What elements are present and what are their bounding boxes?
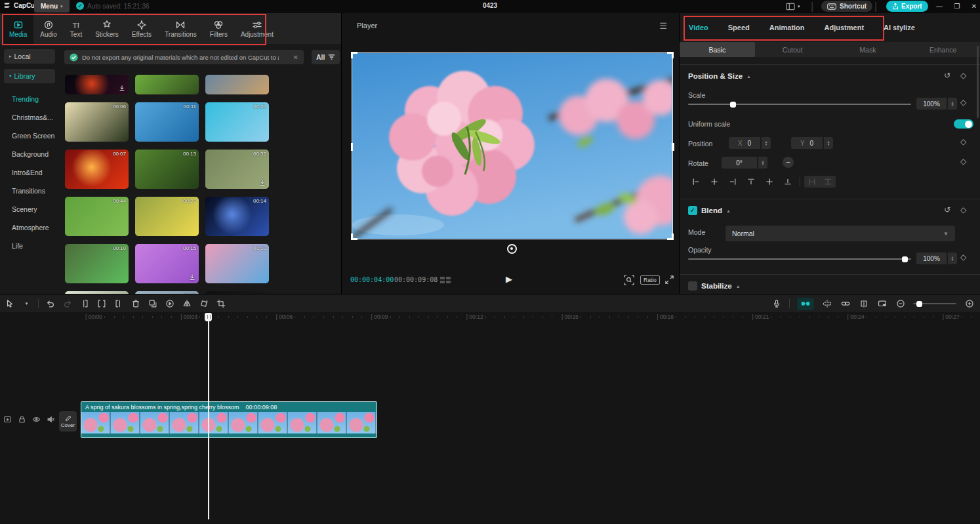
tab-media[interactable]: Media <box>3 13 33 44</box>
resize-handle[interactable] <box>672 52 674 58</box>
uniform-scale-toggle[interactable] <box>954 119 973 129</box>
sidebar-item-background[interactable]: Background <box>0 145 59 163</box>
rotate-handle[interactable] <box>507 244 517 254</box>
timeline-ruler[interactable]: | 00:00| 00:03| 00:06| 00:09| 00:12| 00:… <box>0 312 980 323</box>
tab-transitions[interactable]: Transitions <box>158 13 203 44</box>
resize-handle[interactable] <box>351 52 353 58</box>
download-icon[interactable] <box>118 85 126 92</box>
video-track-icon[interactable] <box>3 414 12 424</box>
align-left-icon[interactable] <box>688 176 704 188</box>
mirror-icon[interactable] <box>181 298 192 310</box>
tab-text[interactable]: TI Text <box>64 13 89 44</box>
lock-icon[interactable] <box>17 414 26 424</box>
sidebar-item-christmas-[interactable]: Christmas&... <box>0 108 59 127</box>
keyframe-icon[interactable]: ◇ <box>960 98 966 107</box>
media-thumbnail[interactable]: 00:20 <box>205 102 269 142</box>
subtab-enhance[interactable]: Enhance <box>905 42 980 57</box>
keyframe-icon[interactable]: ◇ <box>960 252 966 262</box>
keyframe-icon[interactable]: ◇ <box>960 205 966 214</box>
tab-adjustment[interactable]: Adjustment <box>825 24 865 31</box>
reset-icon[interactable]: ↺ <box>944 205 950 214</box>
sidebar-item-life[interactable]: Life <box>0 237 59 255</box>
sidebar-item-scenery[interactable]: Scenery <box>0 200 59 218</box>
rotate-dial[interactable]: – <box>783 157 794 168</box>
duplicate-icon[interactable] <box>147 298 158 310</box>
banner-close-icon[interactable]: ✕ <box>293 54 298 61</box>
media-thumbnail[interactable] <box>205 75 269 94</box>
speed-icon[interactable] <box>164 298 175 310</box>
sidebar-item-green-screen[interactable]: Green Screen <box>0 127 59 145</box>
trim-both-icon[interactable] <box>96 298 107 310</box>
download-icon[interactable] <box>188 273 196 281</box>
select-cursor-icon[interactable] <box>4 298 15 310</box>
sidebar-item-trending[interactable]: Trending <box>0 90 59 108</box>
sidebar-item-intro-end[interactable]: Intro&End <box>0 163 59 182</box>
export-button[interactable]: Export <box>886 1 928 12</box>
blend-checkbox[interactable]: ✓ <box>688 206 697 215</box>
player-menu-icon[interactable]: ☰ <box>659 21 668 31</box>
magnet-icon[interactable] <box>797 298 814 310</box>
stabilize-checkbox[interactable] <box>688 281 697 291</box>
media-thumbnail[interactable]: 00:14 <box>205 197 269 236</box>
opacity-slider-thumb[interactable] <box>902 256 908 262</box>
media-thumbnail[interactable]: 00:32 <box>205 150 269 189</box>
tab-video[interactable]: Video <box>689 24 708 31</box>
opacity-stepper[interactable]: ▲▼ <box>948 252 957 264</box>
eye-icon[interactable] <box>31 414 41 424</box>
maximize-button[interactable]: ❐ <box>952 1 962 12</box>
minimize-button[interactable]: — <box>934 1 945 12</box>
microphone-icon[interactable] <box>771 298 782 310</box>
preview-zoom-icon[interactable] <box>624 275 634 285</box>
position-y-stepper[interactable]: ▲▼ <box>824 137 833 149</box>
layout-panels-button[interactable]: ▾ <box>786 0 800 13</box>
tab-speed[interactable]: Speed <box>728 24 750 31</box>
resize-handle[interactable] <box>672 143 674 151</box>
trim-left-icon[interactable] <box>79 298 90 310</box>
align-right-icon[interactable] <box>725 176 741 188</box>
tab-ai-stylize[interactable]: AI stylize <box>884 24 915 31</box>
zoom-out-icon[interactable] <box>895 298 906 310</box>
scale-stepper[interactable]: ▲▼ <box>948 98 957 110</box>
playhead-handle[interactable] <box>205 313 212 321</box>
reset-icon[interactable]: ↺ <box>944 71 950 80</box>
tab-effects[interactable]: Effects <box>125 13 158 44</box>
center-vertical-icon[interactable] <box>762 176 777 188</box>
close-button[interactable]: ✕ <box>969 1 979 12</box>
media-thumbnail[interactable]: 00:10 <box>205 244 269 283</box>
align-bottom-icon[interactable] <box>780 176 796 188</box>
opacity-slider[interactable] <box>688 258 911 260</box>
split-preview-icon[interactable] <box>858 298 869 310</box>
dashed-link-icon[interactable] <box>821 298 832 310</box>
resize-handle[interactable] <box>672 233 674 240</box>
timeline-zoom-slider[interactable] <box>913 303 956 304</box>
shortcut-button[interactable]: Shortcut <box>821 1 872 12</box>
sidebar-item-transitions[interactable]: Transitions <box>0 182 59 200</box>
scale-slider-thumb[interactable] <box>730 102 736 108</box>
ratio-button[interactable]: Ratio <box>640 275 660 285</box>
delete-icon[interactable] <box>130 298 141 310</box>
screen-record-icon[interactable] <box>876 298 888 310</box>
sidebar-item-atmosphere[interactable]: Atmosphere <box>0 218 59 237</box>
timeline[interactable]: | 00:00| 00:03| 00:06| 00:09| 00:12| 00:… <box>0 312 980 524</box>
position-size-section-title[interactable]: Position & Size ▲ <box>688 72 751 80</box>
media-thumbnail[interactable]: 00:11 <box>135 102 199 142</box>
opacity-value[interactable]: 100% <box>916 252 947 264</box>
rotate-stepper[interactable]: ▲▼ <box>758 157 767 169</box>
media-thumbnail[interactable]: 00:27 <box>135 197 199 236</box>
media-thumbnail[interactable]: 00:15 <box>135 244 199 283</box>
playhead-line[interactable] <box>208 313 209 519</box>
fullscreen-icon[interactable] <box>664 275 674 285</box>
media-thumbnail[interactable] <box>135 75 199 94</box>
position-y-input[interactable]: Y 0 <box>791 137 823 149</box>
align-top-icon[interactable] <box>743 176 759 188</box>
cover-button[interactable]: Cover <box>59 411 77 432</box>
tab-adjustment[interactable]: Adjustment <box>234 13 280 44</box>
zoom-slider-thumb[interactable] <box>916 301 922 307</box>
resize-handle[interactable] <box>351 233 353 240</box>
play-button[interactable]: ▶ <box>506 274 512 284</box>
stabilize-section-title[interactable]: Stabilize ▲ <box>688 281 741 291</box>
undo-icon[interactable] <box>45 298 56 310</box>
tab-stickers[interactable]: Stickers <box>89 13 125 44</box>
video-clip[interactable]: A sprig of sakura blossoms in spring,spr… <box>81 401 377 438</box>
blend-mode-select[interactable]: Normal ▼ <box>725 226 955 241</box>
